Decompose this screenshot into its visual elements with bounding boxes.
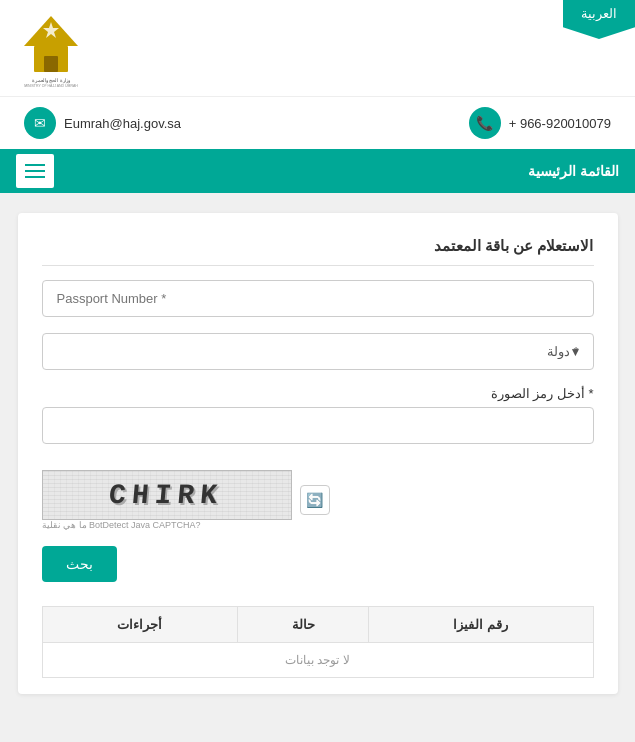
navbar: القائمة الرئيسية (0, 149, 635, 193)
logo-area: وزارة الحج والعمرة MINISTRY OF HAJJ AND … (16, 8, 86, 88)
arabic-language-button[interactable]: العربية (563, 0, 635, 39)
captcha-refresh-button[interactable]: 🔄 (300, 485, 330, 515)
table-header-row: أجراءات حالة رقم الفيزا (42, 607, 593, 643)
captcha-label: * أدخل رمز الصورة (42, 386, 594, 401)
captcha-text: CHIRK (108, 480, 225, 511)
captcha-image-row: CHIRK ما هي نقلية BotDetect Java CAPTCHA… (42, 470, 594, 530)
email-contact: ✉ Eumrah@haj.gov.sa (24, 107, 181, 139)
captcha-branding: ما هي نقلية BotDetect Java CAPTCHA? (42, 520, 201, 530)
passport-group (42, 280, 594, 317)
phone-number: + 966-920010079 (509, 116, 611, 131)
table-row: لا توجد بيانات (42, 643, 593, 678)
col-procedures: أجراءات (42, 607, 238, 643)
table-header: أجراءات حالة رقم الفيزا (42, 607, 593, 643)
hamburger-line-3 (25, 176, 45, 178)
navbar-title: القائمة الرئيسية (528, 163, 619, 179)
email-address: Eumrah@haj.gov.sa (64, 116, 181, 131)
country-select-wrapper: * دولة Saudi Arabia Egypt Pakistan India… (42, 333, 594, 370)
captcha-input[interactable] (42, 407, 594, 444)
captcha-image: CHIRK (42, 470, 292, 520)
email-icon: ✉ (24, 107, 56, 139)
country-group: * دولة Saudi Arabia Egypt Pakistan India… (42, 333, 594, 370)
phone-icon: 📞 (469, 107, 501, 139)
ministry-logo: وزارة الحج والعمرة MINISTRY OF HAJJ AND … (16, 8, 86, 88)
hamburger-button[interactable] (16, 154, 54, 188)
search-button[interactable]: بحث (42, 546, 117, 582)
col-visa-number: رقم الفيزا (369, 607, 594, 643)
phone-contact: 📞 + 966-920010079 (469, 107, 611, 139)
form-title: الاستعلام عن باقة المعتمد (42, 237, 594, 266)
svg-rect-1 (44, 56, 58, 72)
hamburger-line-1 (25, 164, 45, 166)
captcha-input-group (42, 407, 594, 454)
passport-input[interactable] (42, 280, 594, 317)
no-data-cell: لا توجد بيانات (42, 643, 593, 678)
country-select[interactable]: * دولة Saudi Arabia Egypt Pakistan India… (42, 333, 594, 370)
contact-bar: ✉ Eumrah@haj.gov.sa 📞 + 966-920010079 (0, 96, 635, 149)
main-content: الاستعلام عن باقة المعتمد * دولة Saudi A… (18, 213, 618, 694)
hamburger-line-2 (25, 170, 45, 172)
col-status: حالة (238, 607, 369, 643)
svg-text:MINISTRY OF HAJJ AND UMRAH: MINISTRY OF HAJJ AND UMRAH (24, 84, 78, 88)
table-body: لا توجد بيانات (42, 643, 593, 678)
svg-text:وزارة الحج والعمرة: وزارة الحج والعمرة (32, 77, 71, 84)
header: وزارة الحج والعمرة MINISTRY OF HAJJ AND … (0, 0, 635, 96)
results-table: أجراءات حالة رقم الفيزا لا توجد بيانات (42, 606, 594, 678)
